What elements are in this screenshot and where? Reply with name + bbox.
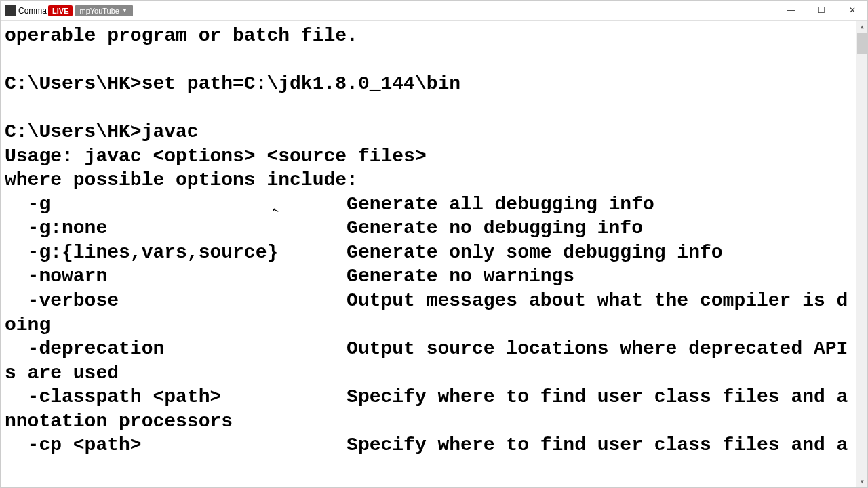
terminal-line: operable program or batch file.	[5, 25, 358, 46]
title-left: Comma LIVE mpYouTube ▼	[1, 5, 133, 16]
close-button[interactable]: ✕	[837, 1, 867, 20]
terminal-output[interactable]: operable program or batch file. C:\Users…	[1, 21, 856, 487]
terminal-line: where possible options include:	[5, 169, 358, 190]
terminal-line: -classpath <path> Specify where to find …	[5, 386, 848, 432]
terminal-line: -verbose Output messages about what the …	[5, 290, 848, 336]
terminal-line: -g:none Generate no debugging info	[5, 218, 643, 239]
scroll-up-arrow-icon[interactable]: ▲	[856, 21, 868, 33]
maximize-button[interactable]: ☐	[806, 1, 837, 20]
chevron-down-icon: ▼	[122, 7, 127, 14]
youtube-label: mpYouTube	[79, 7, 119, 15]
youtube-chip[interactable]: mpYouTube ▼	[75, 5, 132, 16]
live-badge: LIVE	[48, 5, 73, 16]
window-controls: — ☐ ✕	[776, 1, 867, 20]
minimize-button[interactable]: —	[776, 1, 806, 20]
terminal-line: C:\Users\HK>javac	[5, 121, 199, 142]
terminal-line: -g:{lines,vars,source} Generate only som…	[5, 242, 723, 263]
cmd-icon	[5, 5, 16, 16]
terminal-line: -deprecation Output source locations whe…	[5, 338, 848, 384]
vertical-scrollbar[interactable]: ▲ ▼	[856, 21, 867, 487]
terminal-line: -g Generate all debugging info	[5, 194, 654, 215]
window-title: Comma	[18, 6, 47, 16]
scroll-thumb[interactable]	[857, 33, 867, 54]
scroll-down-arrow-icon[interactable]: ▼	[856, 476, 868, 487]
terminal-line: C:\Users\HK>set path=C:\jdk1.8.0_144\bin	[5, 73, 460, 94]
terminal-line: Usage: javac <options> <source files>	[5, 146, 427, 167]
titlebar: Comma LIVE mpYouTube ▼ — ☐ ✕	[1, 1, 867, 21]
content-area: operable program or batch file. C:\Users…	[1, 21, 867, 487]
terminal-line: -cp <path> Specify where to find user cl…	[5, 434, 848, 455]
command-prompt-window: Comma LIVE mpYouTube ▼ — ☐ ✕ operable pr…	[0, 0, 868, 488]
terminal-line: -nowarn Generate no warnings	[5, 266, 574, 287]
